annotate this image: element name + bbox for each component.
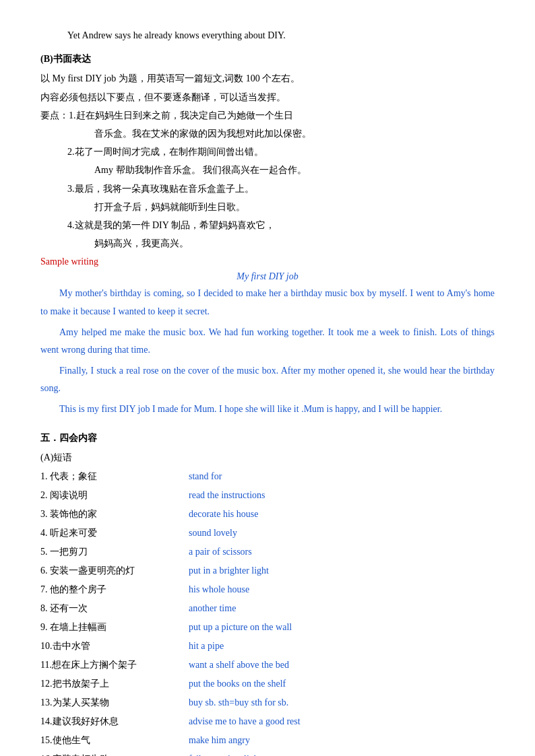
vocab-en: stand for [189, 467, 222, 486]
vocab-item: 13.为某人买某物buy sb. sth=buy sth for sb. [40, 693, 495, 712]
vocab-en: want a shelf above the bed [189, 656, 289, 675]
vocab-item: 14.建议我好好休息advise me to have a good rest [40, 712, 495, 731]
vocab-en: a pair of scissors [189, 543, 252, 561]
vocab-en: buy sb. sth=buy sth for sb. [189, 693, 288, 712]
vocab-cn: 2. 阅读说明 [40, 486, 189, 505]
vocab-cn: 7. 他的整个房子 [40, 580, 189, 599]
vocab-cn: 11.想在床上方搁个架子 [40, 656, 189, 675]
sample-label: Sample writing [40, 253, 495, 270]
vocab-en: his whole house [189, 580, 249, 599]
vocab-en: make him angry [189, 731, 250, 750]
subsection-a: (A)短语 [40, 449, 495, 466]
vocab-cn: 9. 在墙上挂幅画 [40, 618, 189, 637]
point2b: Amy 帮助我制作音乐盒。 我们很高兴在一起合作。 [40, 162, 495, 178]
vocab-en: advise me to have a good rest [189, 712, 301, 731]
vocab-cn: 8. 还有一次 [40, 599, 189, 618]
vocab-cn: 13.为某人买某物 [40, 693, 189, 712]
vocab-cn: 3. 装饰他的家 [40, 505, 189, 524]
vocab-cn: 1. 代表；象征 [40, 467, 189, 486]
writing-para4: This is my first DIY job I made for Mum.… [40, 401, 495, 419]
point4b: 妈妈高兴，我更高兴。 [40, 235, 495, 252]
point1a: 要点：1.赶在妈妈生日到来之前，我决定自己为她做一个生日 [40, 107, 495, 124]
vocab-item: 16.安装电灯失败fail to put in a light [40, 750, 495, 756]
vocab-cn: 5. 一把剪刀 [40, 543, 189, 561]
vocab-item: 11.想在床上方搁个架子want a shelf above the bed [40, 656, 495, 675]
vocab-item: 1. 代表；象征stand for [40, 467, 495, 486]
vocab-item: 4. 听起来可爱sound lovely [40, 524, 495, 543]
vocab-cn: 4. 听起来可爱 [40, 524, 189, 543]
point4a: 4.这就是我的第一件 DIY 制品，希望妈妈喜欢它， [40, 217, 495, 234]
instruction2: 内容必须包括以下要点，但不要逐条翻译，可以适当发挥。 [40, 89, 495, 106]
writing-para2: Amy helped me make the music box. We had… [40, 324, 495, 359]
vocab-item: 15.使他生气make him angry [40, 731, 495, 750]
writing-para3: Finally, I stuck a real rose on the cove… [40, 362, 495, 398]
point1b: 音乐盒。我在艾米的家做的因为我想对此加以保密。 [40, 125, 495, 142]
instruction1: 以 My first DIY job 为题，用英语写一篇短文,词数 100 个左… [40, 70, 495, 87]
vocab-item: 2. 阅读说明read the instructions [40, 486, 495, 505]
section-b-title: (B)书面表达 [40, 50, 495, 67]
writing-para1: My mother's birthday is coming, so I dec… [40, 285, 495, 320]
vocab-en: fail to put in a light [189, 750, 261, 756]
intro-line: Yet Andrew says he already knows everyth… [40, 27, 495, 44]
vocab-item: 3. 装饰他的家decorate his house [40, 505, 495, 524]
section5-title: 五．四会内容 [40, 429, 495, 446]
vocab-cn: 15.使他生气 [40, 731, 189, 750]
vocab-item: 6. 安装一盏更明亮的灯put in a brighter light [40, 561, 495, 580]
vocab-en: hit a pipe [189, 637, 224, 656]
vocab-cn: 12.把书放架子上 [40, 675, 189, 693]
writing-title: My first DIY job [40, 271, 495, 282]
vocab-en: put the books on the shelf [189, 675, 286, 693]
vocab-en: sound lovely [189, 524, 237, 543]
vocab-item: 8. 还有一次another time [40, 599, 495, 618]
vocab-cn: 6. 安装一盏更明亮的灯 [40, 561, 189, 580]
vocab-list: 1. 代表；象征stand for2. 阅读说明read the instruc… [40, 467, 495, 756]
point3b: 打开盒子后，妈妈就能听到生日歌。 [40, 199, 495, 215]
vocab-cn: 16.安装电灯失败 [40, 750, 189, 756]
vocab-item: 5. 一把剪刀a pair of scissors [40, 543, 495, 561]
vocab-item: 12.把书放架子上put the books on the shelf [40, 675, 495, 693]
vocab-en: decorate his house [189, 505, 258, 524]
vocab-en: put in a brighter light [189, 561, 269, 580]
vocab-item: 7. 他的整个房子his whole house [40, 580, 495, 599]
vocab-en: put up a picture on the wall [189, 618, 292, 637]
point2a: 2.花了一周时间才完成，在制作期间间曾出错。 [40, 143, 495, 160]
vocab-item: 9. 在墙上挂幅画put up a picture on the wall [40, 618, 495, 637]
vocab-en: another time [189, 599, 236, 618]
point3a: 3.最后，我将一朵真玫瑰贴在音乐盒盖子上。 [40, 180, 495, 197]
vocab-en: read the instructions [189, 486, 265, 505]
vocab-item: 10.击中水管hit a pipe [40, 637, 495, 656]
vocab-cn: 10.击中水管 [40, 637, 189, 656]
vocab-cn: 14.建议我好好休息 [40, 712, 189, 731]
